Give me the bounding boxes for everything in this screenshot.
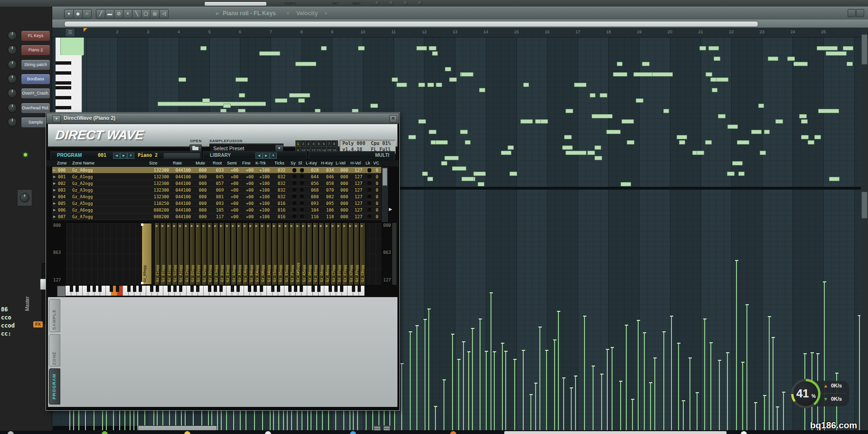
- toggle-dot[interactable]: [300, 202, 304, 205]
- channel-button-string-patch[interactable]: String patch: [21, 59, 50, 70]
- sample-black-key[interactable]: [139, 286, 142, 292]
- midi-note[interactable]: [793, 62, 808, 66]
- midi-note[interactable]: [817, 46, 838, 50]
- velocity-stem[interactable]: [601, 374, 602, 430]
- midi-note[interactable]: [422, 172, 428, 176]
- sample-black-key[interactable]: [168, 286, 171, 292]
- midi-note[interactable]: [358, 46, 365, 50]
- table-row[interactable]: ▶001Gz_A1ogg132300044100000045+00+00+100…: [52, 174, 387, 180]
- zone-strip[interactable]: ▶Gz_E3ogg: [225, 223, 230, 285]
- column-header-h-key[interactable]: H-Key: [321, 161, 333, 165]
- zone-strip[interactable]: ▶Gz_C3ogg: [213, 223, 219, 285]
- midi-note[interactable]: [432, 51, 438, 56]
- velocity-stem[interactable]: [546, 350, 547, 430]
- midi-note[interactable]: [289, 93, 310, 97]
- velocity-stem[interactable]: [683, 401, 684, 430]
- velocity-stem[interactable]: [571, 388, 572, 430]
- black-key[interactable]: [56, 96, 71, 99]
- channel-knob[interactable]: [8, 60, 17, 69]
- midi-note[interactable]: [799, 114, 807, 118]
- midi-note[interactable]: [435, 140, 448, 145]
- column-header-semi[interactable]: Semi: [227, 161, 237, 165]
- column-header-fine[interactable]: Fine: [242, 161, 251, 165]
- velocity-stem[interactable]: [689, 358, 690, 430]
- toggle-dot[interactable]: [368, 208, 371, 212]
- program-slot-5[interactable]: 5: [317, 141, 321, 147]
- midi-note[interactable]: [697, 151, 704, 155]
- midi-note[interactable]: [508, 145, 514, 150]
- velocity-stem[interactable]: [554, 340, 555, 430]
- channel-button-fl-keys[interactable]: FL Keys: [21, 30, 50, 41]
- zone-strip[interactable]: ▶Gz_G3ogg: [231, 223, 236, 285]
- toggle-dot[interactable]: [368, 182, 371, 185]
- fx-badge[interactable]: FX: [33, 321, 43, 328]
- midi-note[interactable]: [223, 104, 231, 108]
- black-key[interactable]: [56, 81, 71, 85]
- taskbar-icon-orange[interactable]: [450, 431, 456, 434]
- midi-note[interactable]: [712, 88, 717, 92]
- velocity-stem[interactable]: [514, 359, 515, 430]
- sample-black-key[interactable]: [110, 286, 113, 292]
- column-header-zone[interactable]: Zone: [57, 161, 67, 165]
- taskbar-window-preview[interactable]: [504, 431, 726, 434]
- sample-black-key[interactable]: [271, 286, 274, 292]
- zone-strip[interactable]: ▶Gz_E4ogg: [254, 223, 260, 285]
- sample-black-key[interactable]: [358, 286, 361, 292]
- velocity-stem[interactable]: [650, 383, 651, 430]
- table-row[interactable]: ▶006Gz_A6ogg088200044100000105+00+00+100…: [52, 207, 387, 213]
- midi-note[interactable]: [574, 83, 586, 87]
- vertical-scrollbar[interactable]: [861, 28, 868, 430]
- midi-note[interactable]: [509, 172, 517, 176]
- table-scrollbar-thumb[interactable]: [382, 168, 387, 186]
- select-icon[interactable]: ▢: [141, 9, 151, 19]
- sample-black-key[interactable]: [352, 286, 355, 292]
- velocity-stem[interactable]: [704, 319, 705, 430]
- midi-note[interactable]: [295, 62, 316, 66]
- midi-note[interactable]: [416, 46, 427, 50]
- velocity-stem[interactable]: [764, 395, 765, 430]
- sample-black-key[interactable]: [150, 286, 153, 292]
- midi-note[interactable]: [829, 177, 840, 181]
- taskbar-icon-green[interactable]: [102, 431, 108, 434]
- velocity-stem[interactable]: [410, 332, 411, 430]
- midi-note[interactable]: [808, 140, 814, 145]
- midi-note[interactable]: [321, 46, 327, 50]
- midi-note[interactable]: [826, 51, 847, 56]
- midi-note[interactable]: [714, 57, 720, 61]
- midi-note[interactable]: [564, 135, 572, 139]
- midi-note[interactable]: [460, 130, 468, 134]
- toggle-dot[interactable]: [292, 188, 296, 192]
- zone-strip[interactable]: ▶Gz_C2ogg: [184, 223, 189, 285]
- sample-black-key[interactable]: [231, 286, 234, 292]
- column-header-zone-name[interactable]: Zone Name: [72, 161, 94, 165]
- sample-black-key[interactable]: [317, 286, 321, 292]
- multi-label[interactable]: MULTI: [375, 153, 389, 158]
- zone-strip[interactable]: ▶Gz_D1ogg: [160, 223, 166, 285]
- column-header-l-key[interactable]: L-Key: [306, 161, 317, 165]
- velocity-stem[interactable]: [491, 293, 491, 430]
- sample-black-key[interactable]: [98, 286, 102, 292]
- piano-keys-column[interactable]: C5: [56, 38, 82, 120]
- midi-note[interactable]: [239, 93, 245, 97]
- velocity-stem[interactable]: [505, 351, 506, 430]
- velocity-stem[interactable]: [523, 350, 524, 430]
- toggle-dot[interactable]: [292, 202, 296, 205]
- midi-note[interactable]: [705, 140, 712, 145]
- sample-black-key[interactable]: [334, 286, 338, 292]
- midi-note[interactable]: [679, 140, 685, 145]
- playback-icon[interactable]: ◁: [159, 9, 169, 19]
- transport-knob[interactable]: [389, 1, 394, 5]
- midi-note[interactable]: [818, 109, 839, 113]
- zone-strip[interactable]: ▶Gz_A3ogg: [236, 223, 242, 285]
- next-program-button[interactable]: ▶: [120, 153, 127, 159]
- velocity-stem[interactable]: [563, 378, 564, 430]
- chevron-down-icon[interactable]: ▾: [287, 11, 289, 16]
- transport-knob[interactable]: [404, 1, 408, 5]
- sample-black-key[interactable]: [236, 286, 240, 292]
- midi-note[interactable]: [501, 151, 511, 155]
- midi-note[interactable]: [764, 130, 770, 134]
- selected-zone[interactable]: Gz_A0ogg: [142, 223, 152, 285]
- table-row[interactable]: ▶000Gz_A0ogg132300044100000033+00+00+100…: [52, 167, 387, 174]
- midi-note[interactable]: [429, 46, 436, 50]
- velocity-stem[interactable]: [736, 260, 737, 430]
